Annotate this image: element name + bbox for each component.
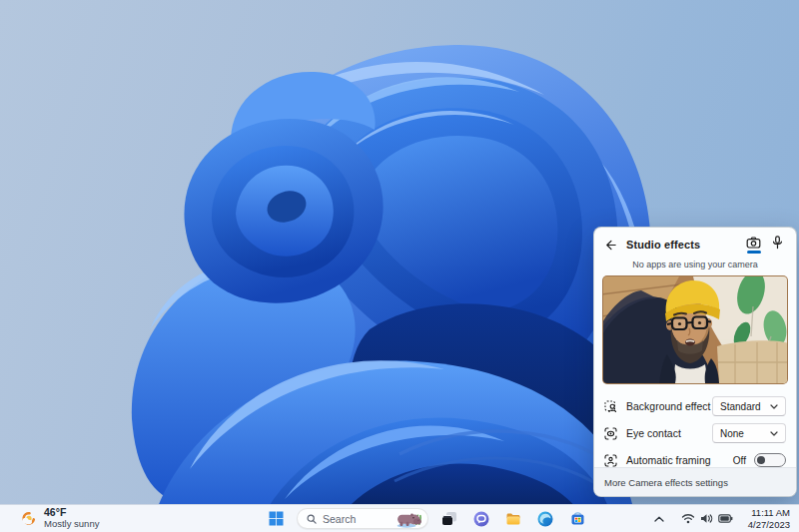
background-effect-row: Background effect Standard [604, 393, 786, 420]
windows-start-icon [269, 511, 284, 526]
taskbar-center: Search [265, 505, 588, 532]
hippo-daily-image [394, 509, 424, 528]
taskbar: 46°F Mostly sunny Search [0, 504, 799, 532]
toggle-knob [757, 456, 765, 464]
widgets-button[interactable]: 46°F Mostly sunny [14, 505, 105, 532]
chevron-down-icon [770, 431, 778, 436]
automatic-framing-toggle[interactable] [754, 453, 786, 467]
panel-header: Studio effects [594, 228, 796, 257]
battery-icon [718, 514, 733, 523]
time-label: 11:11 AM [751, 507, 790, 518]
weather-mostly-sunny-icon [20, 510, 37, 527]
background-effect-dropdown[interactable]: Standard [712, 396, 786, 416]
camera-tab-active-indicator [747, 251, 761, 254]
back-arrow-icon[interactable] [604, 239, 617, 252]
edge-icon [537, 511, 553, 527]
task-view-button[interactable] [438, 508, 460, 530]
search-label: Search [323, 513, 388, 525]
automatic-framing-icon [604, 454, 617, 467]
condition-label: Mostly sunny [44, 519, 99, 530]
eye-contact-row: Eye contact None [604, 420, 786, 447]
microphone-tab-button[interactable] [770, 236, 784, 255]
camera-preview [602, 275, 788, 384]
clock[interactable]: 11:11 AM 4/27/2023 [744, 507, 794, 529]
background-effect-label: Background effect [626, 400, 712, 412]
chevron-up-icon [654, 516, 664, 522]
system-tray: 11:11 AM 4/27/2023 [648, 505, 794, 532]
camera-preview-image [603, 276, 787, 383]
camera-status-text: No apps are using your camera [594, 260, 796, 269]
wifi-icon [681, 513, 695, 524]
studio-effects-panel: Studio effects No apps are using your ca… [593, 227, 797, 497]
eye-contact-dropdown[interactable]: None [712, 423, 786, 443]
microphone-tab-indicator [770, 252, 784, 255]
weather-widget-text: 46°F Mostly sunny [44, 507, 99, 529]
search-box[interactable]: Search [297, 508, 428, 529]
effects-rows: Background effect Standard Eye contact N… [594, 384, 796, 474]
microsoft-store-button[interactable] [566, 508, 588, 530]
start-button[interactable] [265, 508, 287, 530]
chat-icon [473, 511, 489, 527]
eye-contact-icon [604, 427, 617, 440]
network-volume-battery-button[interactable] [677, 508, 737, 530]
camera-icon [746, 237, 761, 249]
volume-icon [700, 513, 713, 524]
background-effect-icon [604, 400, 617, 413]
eye-contact-label: Eye contact [626, 427, 712, 439]
automatic-framing-state: Off [733, 455, 746, 466]
background-effect-value: Standard [720, 401, 761, 412]
task-view-icon [441, 511, 457, 526]
panel-title: Studio effects [626, 239, 700, 251]
microphone-icon [772, 236, 783, 250]
search-icon [307, 514, 317, 524]
more-camera-effects-settings-link[interactable]: More Camera effects settings [604, 477, 728, 488]
camera-tab-button[interactable] [746, 237, 761, 254]
microsoft-store-icon [570, 511, 585, 526]
panel-footer: More Camera effects settings [594, 467, 796, 496]
edge-button[interactable] [534, 508, 556, 530]
file-explorer-button[interactable] [502, 508, 524, 530]
eye-contact-value: None [720, 428, 744, 439]
chevron-down-icon [770, 404, 778, 409]
automatic-framing-control: Off [733, 453, 786, 467]
automatic-framing-label: Automatic framing [626, 454, 733, 466]
date-label: 4/27/2023 [748, 519, 790, 530]
chat-button[interactable] [470, 508, 492, 530]
hidden-icons-chevron[interactable] [648, 508, 670, 530]
file-explorer-icon [505, 512, 521, 526]
